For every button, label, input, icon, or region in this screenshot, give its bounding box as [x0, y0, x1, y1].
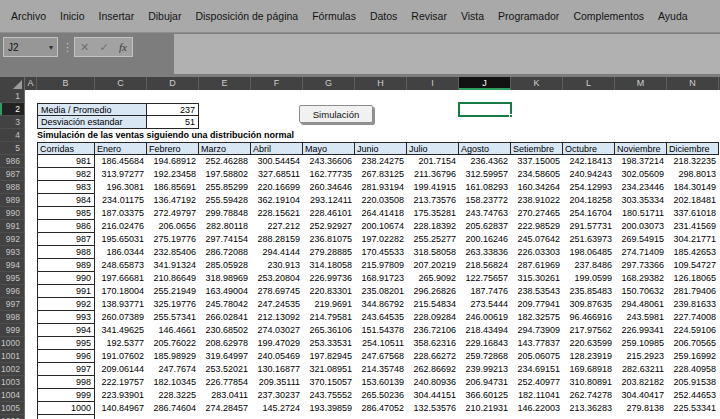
value-cell-992-noviembre[interactable]: 294.48061: [615, 298, 667, 311]
value-cell-991-setiembre[interactable]: 238.53543: [511, 285, 563, 298]
corrida-cell-991[interactable]: 991: [37, 285, 95, 298]
value-cell-999-enero[interactable]: 223.93901: [95, 389, 147, 402]
value-cell-993-setiembre[interactable]: 182.32575: [511, 311, 563, 324]
value-cell-986-mayo[interactable]: 252.92927: [303, 220, 355, 233]
value-cell-988-setiembre[interactable]: 226.03303: [511, 246, 563, 259]
value-cell-989-agosto[interactable]: 218.56824: [459, 259, 511, 272]
value-cell-981-enero[interactable]: 186.45684: [95, 155, 147, 168]
value-cell-992-julio[interactable]: 215.54834: [407, 298, 459, 311]
value-cell-999-julio[interactable]: 304.44151: [407, 389, 459, 402]
value-cell-986-julio[interactable]: 228.18392: [407, 220, 459, 233]
value-cell-989-abril[interactable]: 230.913: [251, 259, 303, 272]
std-value-cell[interactable]: 51: [147, 116, 199, 129]
column-header-B[interactable]: B: [37, 77, 95, 90]
cell-A993[interactable]: [25, 246, 37, 259]
value-cell-994-diciembre[interactable]: 224.59106: [667, 324, 719, 337]
corrida-cell-981[interactable]: 981: [37, 155, 95, 168]
row-header-4[interactable]: 4: [0, 129, 25, 142]
column-header-N[interactable]: N: [667, 77, 719, 90]
ribbon-tab-programador[interactable]: Programador: [491, 10, 566, 22]
value-cell-1000-mayo[interactable]: 193.39859: [303, 402, 355, 415]
cell-A994[interactable]: [25, 259, 37, 272]
value-cell-986-marzo[interactable]: 282.80118: [199, 220, 251, 233]
value-cell-997-febrero[interactable]: 247.7674: [147, 363, 199, 376]
row-header-992[interactable]: 992: [0, 233, 25, 246]
ribbon-tab-inicio[interactable]: Inicio: [53, 10, 92, 22]
simulation-button[interactable]: Simulación: [299, 105, 373, 123]
select-all-button[interactable]: [0, 77, 25, 90]
value-cell-988-julio[interactable]: 318.58058: [407, 246, 459, 259]
table-header-diciembre[interactable]: Diciembre: [667, 142, 719, 155]
corrida-cell-997[interactable]: 997: [37, 363, 95, 376]
value-cell-985-noviembre[interactable]: 180.51711: [615, 207, 667, 220]
value-cell-1000-setiembre[interactable]: 146.22003: [511, 402, 563, 415]
value-cell-996-junio[interactable]: 247.67568: [355, 350, 407, 363]
value-cell-985-agosto[interactable]: 243.74763: [459, 207, 511, 220]
ribbon-tab-vista[interactable]: Vista: [454, 10, 491, 22]
value-cell-997-abril[interactable]: 130.16877: [251, 363, 303, 376]
value-cell-991-marzo[interactable]: 163.49004: [199, 285, 251, 298]
row-header-990[interactable]: 990: [0, 207, 25, 220]
value-cell-987-enero[interactable]: 195.65031: [95, 233, 147, 246]
value-cell-985-febrero[interactable]: 272.49797: [147, 207, 199, 220]
value-cell-985-setiembre[interactable]: 270.27465: [511, 207, 563, 220]
corrida-cell-985[interactable]: 985: [37, 207, 95, 220]
value-cell-998-febrero[interactable]: 182.10345: [147, 376, 199, 389]
value-cell-993-diciembre[interactable]: 227.74008: [667, 311, 719, 324]
ribbon-tab-disposición-de-página[interactable]: Disposición de página: [188, 10, 305, 22]
row-header-998[interactable]: 998: [0, 311, 25, 324]
value-cell-994-abril[interactable]: 274.03027: [251, 324, 303, 337]
value-cell-985-abril[interactable]: 228.15621: [251, 207, 303, 220]
row-header-989[interactable]: 989: [0, 194, 25, 207]
row-header-995[interactable]: 995: [0, 272, 25, 285]
cell-A1002[interactable]: [25, 363, 37, 376]
value-cell-986-setiembre[interactable]: 222.98529: [511, 220, 563, 233]
row-header-3[interactable]: 3: [0, 116, 25, 129]
value-cell-1000-diciembre[interactable]: 225.53341: [667, 402, 719, 415]
corrida-cell-992[interactable]: 992: [37, 298, 95, 311]
value-cell-984-abril[interactable]: 362.19104: [251, 194, 303, 207]
value-cell-981-marzo[interactable]: 252.46288: [199, 155, 251, 168]
insert-function-icon[interactable]: fx: [119, 41, 127, 53]
value-cell-983-noviembre[interactable]: 234.23446: [615, 181, 667, 194]
value-cell-986-diciembre[interactable]: 231.41569: [667, 220, 719, 233]
value-cell-998-noviembre[interactable]: 203.82182: [615, 376, 667, 389]
value-cell-982-setiembre[interactable]: 234.58605: [511, 168, 563, 181]
value-cell-995-mayo[interactable]: 253.33531: [303, 337, 355, 350]
corrida-cell-986[interactable]: 986: [37, 220, 95, 233]
value-cell-983-julio[interactable]: 199.41915: [407, 181, 459, 194]
value-cell-985-marzo[interactable]: 299.78848: [199, 207, 251, 220]
value-cell-984-febrero[interactable]: 136.47192: [147, 194, 199, 207]
column-header-I[interactable]: I: [407, 77, 459, 90]
value-cell-994-noviembre[interactable]: 226.99341: [615, 324, 667, 337]
value-cell-998-octubre[interactable]: 310.80891: [563, 376, 615, 389]
value-cell-1000-marzo[interactable]: 274.28457: [199, 402, 251, 415]
value-cell-999-octubre[interactable]: 262.74278: [563, 389, 615, 402]
enter-icon[interactable]: ✓: [100, 41, 109, 54]
value-cell-986-enero[interactable]: 216.02476: [95, 220, 147, 233]
value-cell-996-abril[interactable]: 240.05469: [251, 350, 303, 363]
value-cell-995-agosto[interactable]: 229.16843: [459, 337, 511, 350]
corrida-cell-1000[interactable]: 1000: [37, 402, 95, 415]
column-header-L[interactable]: L: [563, 77, 615, 90]
name-box[interactable]: J2 ▾: [3, 37, 58, 57]
table-header-octubre[interactable]: Octubre: [563, 142, 615, 155]
column-header-A[interactable]: A: [25, 77, 37, 90]
value-cell-982-noviembre[interactable]: 302.05609: [615, 168, 667, 181]
cell-A988[interactable]: [25, 181, 37, 194]
value-cell-993-mayo[interactable]: 214.79581: [303, 311, 355, 324]
column-header-E[interactable]: E: [199, 77, 251, 90]
value-cell-998-junio[interactable]: 153.60139: [355, 376, 407, 389]
value-cell-983-abril[interactable]: 220.16699: [251, 181, 303, 194]
value-cell-991-junio[interactable]: 235.08201: [355, 285, 407, 298]
value-cell-987-julio[interactable]: 255.25277: [407, 233, 459, 246]
value-cell-981-febrero[interactable]: 194.68912: [147, 155, 199, 168]
value-cell-998-diciembre[interactable]: 205.91538: [667, 376, 719, 389]
value-cell-996-julio[interactable]: 228.66272: [407, 350, 459, 363]
value-cell-990-setiembre[interactable]: 315.30261: [511, 272, 563, 285]
value-cell-991-febrero[interactable]: 255.21949: [147, 285, 199, 298]
cell-A2[interactable]: [25, 103, 37, 116]
value-cell-982-febrero[interactable]: 192.23458: [147, 168, 199, 181]
value-cell-984-junio[interactable]: 220.03508: [355, 194, 407, 207]
row-header-1[interactable]: 1: [0, 90, 25, 103]
